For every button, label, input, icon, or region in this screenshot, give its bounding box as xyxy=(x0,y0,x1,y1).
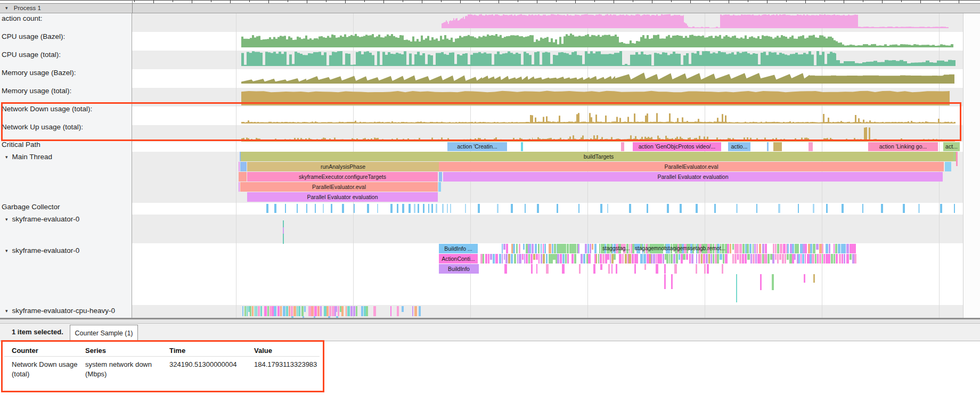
evaluator-sliver[interactable] xyxy=(585,244,587,253)
evaluator-sliver[interactable] xyxy=(725,254,728,264)
evaluator-sliver[interactable] xyxy=(767,254,770,264)
evaluator-sliver[interactable] xyxy=(485,254,487,264)
counter-series-net-up[interactable] xyxy=(241,127,955,142)
evaluator-sliver[interactable] xyxy=(703,254,705,264)
cpu-heavy-sliver[interactable] xyxy=(419,306,421,316)
evaluator-sliver[interactable] xyxy=(550,254,552,264)
evaluator-sliver[interactable] xyxy=(644,264,646,270)
evaluator-sliver[interactable] xyxy=(673,254,676,264)
evaluator-sliver[interactable] xyxy=(831,254,833,264)
evaluator-sliver[interactable] xyxy=(842,254,843,264)
evaluator-sliver[interactable] xyxy=(600,254,602,264)
main-thread-span[interactable]: buildTargets xyxy=(241,152,957,161)
track-label-main-thread[interactable]: ▾Main Thread xyxy=(5,153,52,161)
gc-tick[interactable] xyxy=(342,204,344,213)
evaluator-sliver[interactable] xyxy=(732,254,734,264)
gc-tick[interactable] xyxy=(465,204,466,213)
chevron-down-icon[interactable]: ▾ xyxy=(5,248,8,253)
critical-path-span[interactable]: act... xyxy=(943,142,960,151)
evaluator-sliver[interactable] xyxy=(739,254,741,264)
gc-tick[interactable] xyxy=(478,204,480,213)
gc-tick[interactable] xyxy=(397,204,398,213)
gc-tick[interactable] xyxy=(274,204,276,213)
gc-tick[interactable] xyxy=(497,204,499,213)
main-thread-span[interactable] xyxy=(956,152,958,166)
critical-path-span[interactable]: action 'GenObjcProtos video/... xyxy=(633,142,721,151)
evaluator-sliver[interactable] xyxy=(737,254,739,260)
evaluator-sliver[interactable] xyxy=(581,254,583,264)
gc-tick[interactable] xyxy=(813,204,814,213)
cpu-heavy-sliver[interactable] xyxy=(297,306,298,316)
evaluator-sliver[interactable] xyxy=(561,244,564,253)
cpu-heavy-sliver[interactable] xyxy=(255,306,256,316)
track-label-skyframe-evaluator-0[interactable]: ▾skyframe-evaluator-0 xyxy=(5,215,79,223)
gc-tick[interactable] xyxy=(736,204,738,213)
evaluator-sliver[interactable] xyxy=(526,244,528,253)
cpu-heavy-sliver[interactable] xyxy=(270,306,272,316)
evaluator-sliver[interactable] xyxy=(810,254,812,264)
evaluator-sliver[interactable] xyxy=(605,254,607,264)
main-thread-span[interactable]: Parallel Evaluator evaluation xyxy=(443,172,943,182)
evaluator-span[interactable]: ActionConti... xyxy=(439,254,478,264)
evaluator-sliver[interactable] xyxy=(583,254,585,264)
main-thread-span[interactable]: ParallelEvaluator.eval xyxy=(240,182,438,192)
gc-tick[interactable] xyxy=(418,204,419,213)
evaluator-sliver[interactable] xyxy=(759,244,762,253)
gc-tick[interactable] xyxy=(647,204,648,213)
evaluator-sliver[interactable] xyxy=(822,254,823,264)
main-thread-span[interactable] xyxy=(438,182,441,192)
evaluator-sliver[interactable] xyxy=(854,254,856,264)
cpu-heavy-sliver[interactable] xyxy=(373,306,376,316)
evaluator-sliver[interactable] xyxy=(803,244,804,253)
gc-tick[interactable] xyxy=(266,204,268,213)
gc-tick[interactable] xyxy=(331,204,332,213)
evaluator-sliver[interactable] xyxy=(855,244,856,253)
evaluator-sliver[interactable] xyxy=(764,254,766,264)
main-thread-span[interactable]: runAnalysisPhase xyxy=(247,162,439,171)
evaluator-sliver[interactable] xyxy=(798,254,799,264)
evaluator-sliver[interactable] xyxy=(753,254,755,264)
evaluator-sliver[interactable] xyxy=(739,244,741,253)
evaluator-sliver[interactable] xyxy=(823,254,824,264)
gc-tick[interactable] xyxy=(423,204,424,213)
critical-path-span[interactable] xyxy=(521,142,523,151)
evaluator-tick[interactable] xyxy=(283,227,284,234)
evaluator-sliver[interactable] xyxy=(844,254,845,264)
evaluator-sliver[interactable] xyxy=(632,254,634,264)
evaluator-sliver[interactable] xyxy=(822,244,823,253)
evaluator-sliver[interactable] xyxy=(541,254,542,264)
evaluator-sliver[interactable] xyxy=(808,244,810,253)
evaluator-sliver[interactable] xyxy=(817,254,818,264)
gc-tick[interactable] xyxy=(578,204,579,213)
cpu-heavy-sliver[interactable] xyxy=(308,306,311,316)
evaluator-sliver[interactable] xyxy=(810,244,812,253)
evaluator-sliver[interactable] xyxy=(503,244,505,250)
evaluator-sliver[interactable] xyxy=(554,244,556,253)
cpu-heavy-sliver[interactable] xyxy=(402,306,404,312)
gc-tick[interactable] xyxy=(367,204,369,213)
evaluator-sliver[interactable] xyxy=(504,264,507,274)
evaluator-sliver[interactable] xyxy=(782,254,784,264)
evaluator-sliver[interactable] xyxy=(519,254,521,264)
gc-tick[interactable] xyxy=(450,204,451,213)
evaluator-sliver[interactable] xyxy=(567,254,569,264)
evaluator-sliver[interactable] xyxy=(531,264,533,274)
evaluator-sliver[interactable] xyxy=(829,244,830,253)
evaluator-sliver[interactable] xyxy=(607,254,609,260)
evaluator-sliver[interactable] xyxy=(513,244,515,253)
gc-tick[interactable] xyxy=(714,204,716,213)
evaluator-sliver[interactable] xyxy=(614,254,616,260)
gc-tick[interactable] xyxy=(862,204,863,213)
counter-series-action-count[interactable] xyxy=(442,14,949,28)
evaluator-sliver[interactable] xyxy=(657,254,659,264)
evaluator-sliver[interactable] xyxy=(757,254,760,264)
evaluator-sliver[interactable] xyxy=(747,244,749,253)
evaluator-sliver[interactable] xyxy=(541,244,542,253)
evaluator-sliver[interactable] xyxy=(777,254,779,264)
evaluator-sliver[interactable] xyxy=(846,244,849,253)
cpu-heavy-sliver[interactable] xyxy=(353,306,355,316)
evaluator-sliver[interactable] xyxy=(762,244,764,253)
evaluator-sliver[interactable] xyxy=(598,254,599,264)
evaluator-sliver[interactable] xyxy=(756,244,758,253)
evaluator-sliver[interactable] xyxy=(750,254,752,264)
